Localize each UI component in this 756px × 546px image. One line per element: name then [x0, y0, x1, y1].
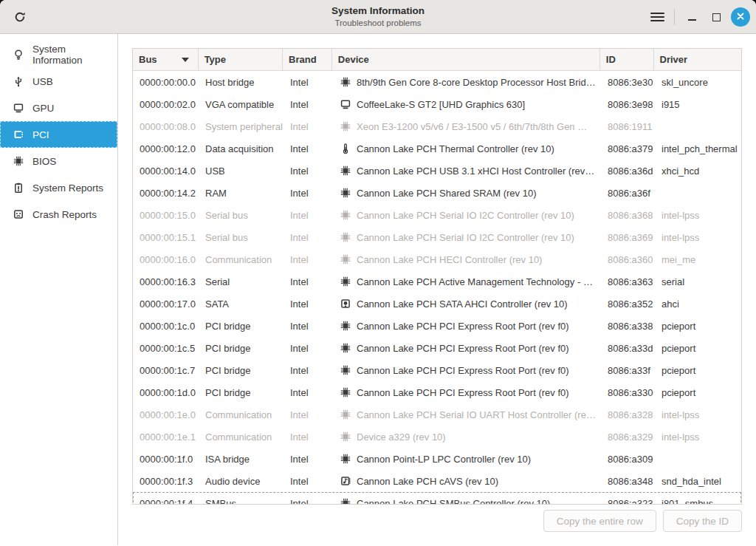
table-row[interactable]: 0000:00:1c.0PCI bridgeIntelCannon Lake P…: [133, 315, 741, 337]
table-row[interactable]: 0000:00:16.3SerialIntelCannon Lake PCH A…: [133, 270, 741, 293]
cell-brand: Intel: [284, 188, 334, 199]
sidebar-item-crash-reports[interactable]: Crash Reports: [0, 201, 117, 228]
cell-brand: Intel: [284, 276, 334, 287]
device-name: Cannon Lake PCH PCI Express Root Port (r…: [357, 387, 569, 398]
cell-driver: i915: [656, 99, 741, 110]
cell-id: 8086:a323: [602, 498, 656, 505]
device-name: Cannon Lake PCH PCI Express Root Port (r…: [357, 365, 569, 376]
device-name: Cannon Lake PCH Serial IO I2C Controller…: [357, 210, 574, 221]
app-window: System Information Troubleshoot problems…: [0, 0, 756, 546]
cell-brand: Intel: [284, 365, 334, 376]
cell-driver: i801_smbus: [656, 498, 741, 505]
copy-id-button[interactable]: Copy the ID: [663, 510, 742, 532]
table-row[interactable]: 0000:00:16.0CommunicationIntelCannon Lak…: [133, 248, 741, 270]
device-name: Cannon Lake PCH SATA AHCI Controller (re…: [357, 298, 568, 310]
table-row[interactable]: 0000:00:1f.4SMBusIntelCannon Lake PCH SM…: [133, 492, 741, 504]
cell-id: 8086:a379: [602, 143, 656, 154]
cell-brand: Intel: [284, 210, 334, 221]
sidebar-item-gpu[interactable]: GPU: [0, 95, 117, 121]
cell-brand: Intel: [284, 409, 334, 420]
chip-icon: [340, 253, 351, 265]
table-row[interactable]: 0000:00:02.0VGA compatibleIntelCoffeeLak…: [133, 93, 741, 115]
table-row[interactable]: 0000:00:1d.0PCI bridgeIntelCannon Lake P…: [133, 381, 741, 403]
sidebar-item-system-reports[interactable]: System Reports: [0, 174, 117, 201]
cell-device: Cannon Lake PCH Serial IO I2C Controller…: [334, 231, 602, 243]
column-header-bus[interactable]: Bus: [133, 49, 199, 70]
column-header-brand[interactable]: Brand: [283, 49, 332, 70]
cell-bus: 0000:00:15.1: [134, 232, 199, 243]
sidebar-item-usb[interactable]: USB: [0, 68, 117, 95]
chip-icon: [340, 453, 351, 465]
column-label: ID: [606, 54, 616, 65]
sort-desc-icon: [182, 58, 189, 62]
cell-bus: 0000:00:1f.3: [134, 476, 199, 487]
sidebar-item-pci[interactable]: PCI: [0, 121, 117, 148]
column-header-driver[interactable]: Driver: [654, 49, 741, 70]
cell-type: PCI bridge: [199, 321, 284, 332]
column-header-id[interactable]: ID: [600, 49, 654, 70]
audio-icon: [340, 475, 351, 487]
device-name: Cannon Lake PCH PCI Express Root Port (r…: [357, 343, 569, 354]
cell-bus: 0000:00:08.0: [134, 121, 199, 132]
cell-driver: snd_hda_intel: [656, 476, 741, 487]
cell-brand: Intel: [284, 232, 334, 243]
sidebar-item-system-information[interactable]: System Information: [0, 41, 117, 68]
copy-entire-row-button[interactable]: Copy the entire row: [543, 510, 656, 532]
hamburger-icon: [650, 13, 664, 22]
cell-id: 8086:a360: [602, 254, 656, 265]
cell-type: PCI bridge: [199, 387, 284, 398]
table-row[interactable]: 0000:00:14.2RAMIntelCannon Lake PCH Shar…: [133, 182, 741, 204]
cell-type: Serial bus: [199, 210, 284, 221]
table-row[interactable]: 0000:00:1c.5PCI bridgeIntelCannon Lake P…: [133, 337, 741, 359]
chip-icon: [340, 364, 351, 376]
maximize-button[interactable]: [707, 7, 726, 27]
close-button[interactable]: [731, 7, 750, 27]
chip-icon: [12, 155, 25, 167]
content-area: BusTypeBrandDeviceIDDriver 0000:00:00.0H…: [118, 34, 756, 545]
table-row[interactable]: 0000:00:12.0Data acquisitionIntelCannon …: [133, 137, 741, 160]
column-header-type[interactable]: Type: [199, 49, 283, 70]
cell-device: Xeon E3-1200 v5/v6 / E3-1500 v5 / 6th/7t…: [334, 120, 602, 132]
chip-icon: [340, 276, 351, 287]
table-row[interactable]: 0000:00:1f.0ISA bridgeIntelCannon Point-…: [133, 448, 741, 470]
titlebar: System Information Troubleshoot problems: [0, 0, 756, 34]
refresh-button[interactable]: [10, 8, 30, 27]
device-name: Cannon Lake PCH USB 3.1 xHCI Host Contro…: [357, 165, 596, 177]
device-name: Cannon Lake PCH Thermal Controller (rev …: [357, 143, 554, 154]
device-name: Cannon Lake PCH PCI Express Root Port (r…: [357, 321, 569, 332]
window-title: System Information: [0, 4, 756, 18]
cell-device: Device a329 (rev 10): [334, 431, 602, 443]
cell-id: 8086:1911: [602, 121, 656, 132]
column-header-device[interactable]: Device: [332, 49, 600, 70]
table-row[interactable]: 0000:00:17.0SATAIntelCannon Lake PCH SAT…: [133, 293, 741, 315]
cell-driver: ahci: [656, 298, 741, 310]
table-row[interactable]: 0000:00:15.0Serial busIntelCannon Lake P…: [133, 204, 741, 226]
table-row[interactable]: 0000:00:15.1Serial busIntelCannon Lake P…: [133, 226, 741, 248]
device-name: Cannon Lake PCH cAVS (rev 10): [357, 476, 498, 487]
table-row[interactable]: 0000:00:14.0USBIntelCannon Lake PCH USB …: [133, 160, 741, 182]
sidebar-item-bios[interactable]: BIOS: [0, 148, 117, 174]
table-row[interactable]: 0000:00:1f.3Audio deviceIntelCannon Lake…: [133, 470, 741, 492]
cell-id: 8086:a329: [602, 431, 656, 443]
table-row[interactable]: 0000:00:00.0Host bridgeIntel8th/9th Gen …: [133, 71, 741, 93]
cell-id: 8086:a36d: [602, 165, 656, 177]
chip-icon: [340, 76, 351, 88]
table-row[interactable]: 0000:00:08.0System peripheralIntelXeon E…: [133, 115, 741, 137]
device-name: Cannon Lake PCH Active Management Techno…: [357, 276, 596, 287]
cell-brand: Intel: [284, 121, 334, 132]
cell-brand: Intel: [284, 77, 334, 88]
cell-type: USB: [199, 165, 284, 177]
table-row[interactable]: 0000:00:1c.7PCI bridgeIntelCannon Lake P…: [133, 359, 741, 381]
cell-type: Communication: [199, 431, 284, 443]
cell-bus: 0000:00:1f.0: [134, 454, 199, 465]
cell-device: Cannon Lake PCH PCI Express Root Port (r…: [334, 342, 602, 354]
table-header-row: BusTypeBrandDeviceIDDriver: [133, 49, 741, 71]
action-footer: Copy the entire row Copy the ID: [543, 510, 742, 532]
cell-brand: Intel: [284, 454, 334, 465]
table-row[interactable]: 0000:00:1e.1CommunicationIntelDevice a32…: [133, 426, 741, 448]
cell-device: Cannon Lake PCH Serial IO I2C Controller…: [334, 209, 602, 221]
menu-button[interactable]: [647, 7, 667, 27]
chip-icon: [340, 231, 351, 243]
table-row[interactable]: 0000:00:1e.0CommunicationIntelCannon Lak…: [133, 403, 741, 426]
minimize-button[interactable]: [682, 7, 701, 27]
